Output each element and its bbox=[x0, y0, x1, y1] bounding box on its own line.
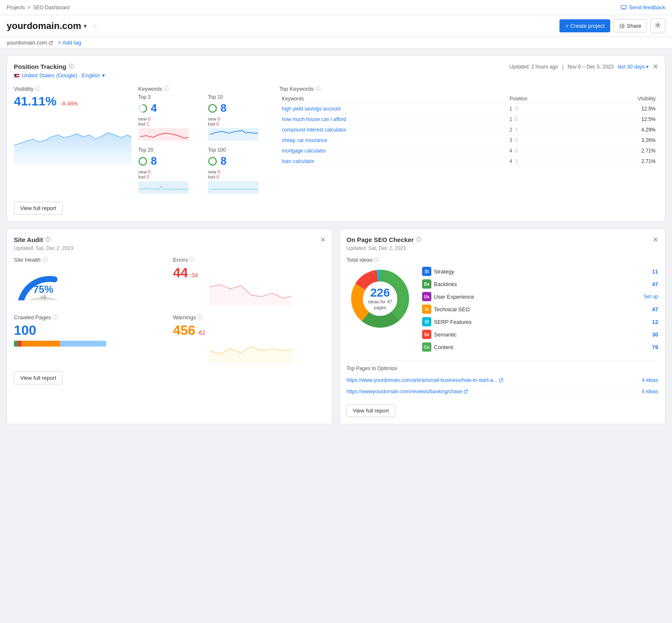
total-ideas-label: Total ideas ⓘ bbox=[346, 256, 658, 263]
warnings-delta: -62 bbox=[197, 329, 205, 336]
top20-sparkline bbox=[138, 181, 189, 194]
kw-link[interactable]: loan calculator bbox=[282, 158, 314, 164]
kw-link[interactable]: mortgage calculator bbox=[282, 148, 326, 154]
sub-domain-link[interactable]: yourdomain.com bbox=[7, 39, 53, 46]
sa-close-button[interactable]: ✕ bbox=[320, 236, 326, 244]
col-visibility: Visibility bbox=[582, 94, 658, 104]
list-item: Ba Backlinks 47 bbox=[422, 278, 658, 290]
top-keywords-label: Top Keywords ⓘ bbox=[279, 85, 658, 92]
kw-link[interactable]: cheap car insurance bbox=[282, 137, 327, 143]
kw-circle-top10-icon bbox=[208, 104, 217, 113]
crawled-pages-bar bbox=[14, 341, 106, 347]
donut-chart-container: 226 ideas for 47pages bbox=[346, 265, 414, 332]
pos-cell: 2 1 bbox=[507, 125, 582, 135]
period-selector[interactable]: last 30 days ▾ bbox=[618, 64, 648, 70]
sh-info-icon[interactable]: ⓘ bbox=[42, 256, 47, 263]
health-value: 75% bbox=[33, 284, 53, 294]
kw-link[interactable]: compound interest calculator bbox=[282, 127, 346, 133]
table-row: compound interest calculator 2 1 4.29% bbox=[279, 125, 658, 135]
svg-point-12 bbox=[139, 158, 147, 165]
settings-button[interactable] bbox=[650, 18, 665, 33]
create-project-button[interactable]: + Create project bbox=[559, 19, 610, 32]
total-ideas-info-icon[interactable]: ⓘ bbox=[374, 256, 379, 263]
page-url-link[interactable]: https://www.yourdomain.com/article/small… bbox=[346, 377, 497, 383]
site-health-metric: Site Health ⓘ 75% +5 bbox=[14, 256, 166, 307]
op-title: On Page SEO Checker ⓘ bbox=[346, 236, 421, 243]
legend-badge: Te bbox=[422, 305, 431, 314]
legend-label: Semantic bbox=[434, 331, 457, 338]
top10-sparkline bbox=[208, 128, 258, 141]
pt-body: Visibility ⓘ 41.11% -8.48% bbox=[14, 85, 658, 195]
vis-cell: 12.5% bbox=[582, 104, 658, 114]
pos-cell: 1 0 bbox=[507, 114, 582, 125]
kw-cell: cheap car insurance bbox=[279, 135, 507, 146]
col-keyword: Keywords bbox=[279, 94, 507, 104]
warnings-value: 456 bbox=[173, 323, 195, 338]
on-page-seo-card: On Page SEO Checker ⓘ ✕ Updated: Sat, De… bbox=[339, 229, 665, 424]
errors-info-icon[interactable]: ⓘ bbox=[189, 256, 194, 263]
kw-cell: high yield savings account bbox=[279, 104, 507, 114]
pos-cell: 4 1 bbox=[507, 156, 582, 167]
pos-cell: 4 0 bbox=[507, 146, 582, 156]
op-info-icon[interactable]: ⓘ bbox=[416, 236, 421, 243]
send-feedback-button[interactable]: Send feedback bbox=[621, 4, 665, 11]
kw-top10-count: 8 bbox=[220, 102, 226, 115]
table-row: cheap car insurance 3 0 3.26% bbox=[279, 135, 658, 146]
site-audit-header: Site Audit ⓘ ✕ bbox=[14, 236, 326, 244]
breadcrumb-projects[interactable]: Projects bbox=[7, 5, 25, 11]
kw-top100: Top 100 8 new 0 lost 0 bbox=[208, 147, 273, 195]
add-tag-button[interactable]: + Add tag bbox=[58, 39, 81, 46]
sa-view-report-button[interactable]: View full report bbox=[14, 371, 63, 384]
errors-value: 44 bbox=[173, 265, 188, 280]
vis-cell: 2.71% bbox=[582, 156, 658, 167]
kw-cell: compound interest calculator bbox=[279, 125, 507, 135]
list-item: Se Semantic 30 bbox=[422, 328, 658, 341]
svg-rect-7 bbox=[14, 74, 16, 76]
legend-label: Backlinks bbox=[434, 281, 457, 287]
legend-label: Content bbox=[434, 344, 453, 350]
on-page-body: Total ideas ⓘ bbox=[346, 256, 658, 397]
cp-info-icon[interactable]: ⓘ bbox=[52, 314, 58, 321]
op-view-report-button[interactable]: View full report bbox=[346, 404, 395, 417]
visibility-info-icon[interactable]: ⓘ bbox=[35, 85, 40, 92]
page-url-link[interactable]: https://wwwyourdomain.com/reviews/bankin… bbox=[346, 389, 462, 394]
legend-label: User Experience bbox=[434, 294, 474, 300]
legend-label: Technical SEO bbox=[434, 306, 470, 313]
svg-rect-11 bbox=[208, 128, 258, 141]
pt-close-button[interactable]: ✕ bbox=[653, 63, 658, 71]
donut-subtitle: ideas for 47pages bbox=[368, 299, 392, 311]
total-ideas-section: 226 ideas for 47pages St Strategy 11 Ba … bbox=[346, 265, 658, 353]
kw-link[interactable]: high yield savings account bbox=[282, 106, 341, 112]
visibility-chart bbox=[14, 112, 131, 166]
pt-info-icon[interactable]: ⓘ bbox=[69, 63, 74, 70]
bottom-row: Site Audit ⓘ ✕ Updated: Sat, Dec 2, 2023… bbox=[7, 229, 665, 424]
sa-info-icon[interactable]: ⓘ bbox=[45, 236, 50, 243]
kw-top3: Top 3 4 new 0 lost 1 bbox=[138, 94, 203, 142]
kw-link[interactable]: how much house can i afford bbox=[282, 116, 346, 122]
share-button[interactable]: Share bbox=[614, 19, 647, 32]
domain-left: yourdomain.com ▾ ☆ bbox=[7, 21, 97, 32]
op-close-button[interactable]: ✕ bbox=[653, 236, 658, 244]
top-kw-info-icon[interactable]: ⓘ bbox=[315, 85, 320, 92]
list-item: https://www.yourdomain.com/article/small… bbox=[346, 375, 658, 386]
kw-top3-count: 4 bbox=[151, 102, 157, 115]
ideas-legend: St Strategy 11 Ba Backlinks 47 Ux User E… bbox=[422, 265, 658, 353]
keywords-info-icon[interactable]: ⓘ bbox=[164, 85, 169, 92]
table-row: how much house can i afford 1 0 12.5% bbox=[279, 114, 658, 125]
pt-locale[interactable]: United States (Google) · English ▾ bbox=[14, 72, 658, 79]
external-link-icon bbox=[499, 378, 503, 382]
visibility-value-row: 41.11% -8.48% bbox=[14, 94, 131, 108]
legend-label: Strategy bbox=[434, 268, 454, 275]
warnings-info-icon[interactable]: ⓘ bbox=[197, 314, 202, 321]
pt-view-report-button[interactable]: View full report bbox=[14, 202, 63, 215]
kw-cell: mortgage calculator bbox=[279, 146, 507, 156]
sub-domain-bar: yourdomain.com + Add tag bbox=[0, 37, 672, 49]
page-ideas-count[interactable]: 6 ideas bbox=[642, 389, 658, 394]
domain-name[interactable]: yourdomain.com ▾ bbox=[7, 21, 87, 32]
col-position: Position bbox=[507, 94, 582, 104]
svg-rect-15 bbox=[208, 181, 258, 194]
star-icon[interactable]: ☆ bbox=[92, 22, 97, 30]
health-delta: +5 bbox=[33, 294, 53, 300]
page-ideas-count[interactable]: 4 ideas bbox=[642, 377, 658, 383]
keywords-section: Keywords ⓘ Top 3 4 bbox=[138, 85, 273, 195]
